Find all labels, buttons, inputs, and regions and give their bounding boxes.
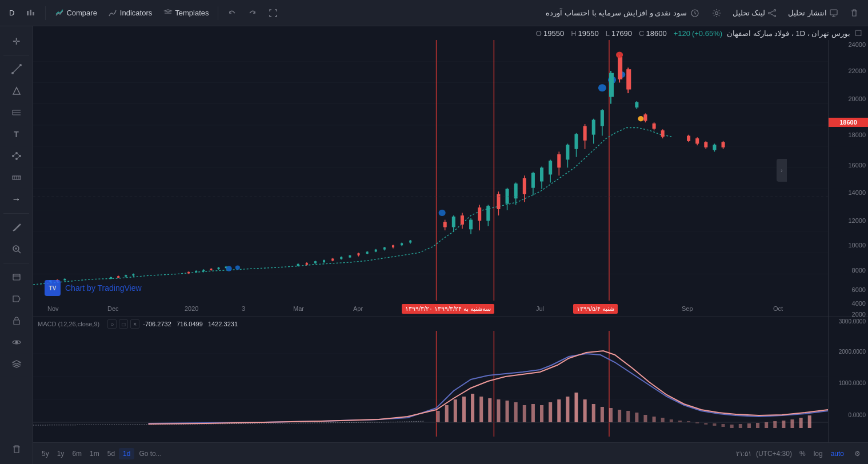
templates-button[interactable]: Templates [159, 6, 213, 20]
date-mar: Mar [293, 305, 304, 312]
lock-icon[interactable] [6, 310, 27, 331]
timeframe-1d[interactable]: 1d [119, 448, 134, 459]
sidebar-divider-1 [3, 55, 30, 55]
svg-rect-206 [601, 407, 604, 422]
timeframe-6m[interactable]: 6m [68, 448, 86, 459]
auto-button[interactable]: auto [828, 449, 847, 459]
measure-icon[interactable] [6, 167, 27, 188]
svg-rect-218 [704, 423, 707, 425]
price-12000: 12000 [848, 217, 866, 224]
goto-button[interactable]: Go to... [134, 448, 166, 459]
indicators-button[interactable]: Indicators [104, 6, 157, 20]
eye-icon[interactable] [6, 332, 27, 353]
svg-rect-193 [488, 398, 491, 422]
svg-rect-3 [830, 10, 837, 15]
svg-rect-76 [218, 267, 220, 269]
fib-icon[interactable] [6, 102, 27, 123]
main-chart-svg [33, 40, 828, 301]
watch-icon[interactable] [6, 267, 27, 287]
timeframe-5d[interactable]: 5d [103, 448, 119, 459]
svg-point-80 [235, 266, 240, 270]
price-6000: 6000 [852, 286, 866, 293]
right-edge-button[interactable]: › [777, 159, 787, 182]
undo-button[interactable] [223, 6, 241, 20]
svg-rect-221 [730, 425, 734, 428]
compare-button[interactable]: Compare [50, 6, 101, 20]
svg-rect-137 [557, 154, 561, 167]
pen-icon[interactable] [6, 217, 27, 238]
zoom-icon[interactable] [6, 239, 27, 259]
interval-button[interactable]: D [5, 6, 19, 19]
svg-point-148 [598, 84, 606, 91]
price-14000: 14000 [848, 189, 866, 196]
nodes-icon[interactable] [6, 146, 27, 166]
fullscreen-button[interactable] [264, 6, 282, 20]
divider-1 [45, 6, 46, 20]
svg-line-31 [18, 251, 21, 253]
layers-icon[interactable] [6, 354, 27, 374]
settings-button[interactable] [707, 6, 726, 20]
pct-button[interactable]: % [797, 449, 809, 459]
date-highlight-1[interactable]: ۱۳۹۹/۳/۲۰ سه‌شنبه به ۱۳۹۹/۳/۲۴ [402, 304, 494, 314]
trash-icon[interactable] [6, 439, 27, 459]
main-area: ✛ T → [0, 26, 868, 464]
top-toolbar: D Compare Indicators Templates [0, 0, 868, 26]
bottom-right-info: ۲۱:۵۱ (UTC+4:30) % log auto ⚙ [736, 449, 863, 459]
chart-settings-btn[interactable]: ⚙ [851, 449, 863, 459]
svg-rect-111 [443, 222, 447, 227]
minimize-icon[interactable]: ☐ [855, 29, 862, 38]
svg-rect-82 [297, 264, 299, 266]
shapes-icon[interactable] [6, 81, 27, 101]
crosshair-icon[interactable]: ✛ [6, 31, 27, 51]
svg-rect-96 [357, 253, 359, 255]
svg-rect-86 [314, 261, 317, 263]
label-icon[interactable] [6, 289, 27, 309]
redo-button[interactable] [243, 6, 262, 20]
chart-info-bar: ☐ بورس تهران ، 1D ، فولاد مبارکه اصفهان … [33, 26, 868, 40]
delete-chart-button[interactable] [845, 6, 863, 20]
banner-text: سود نقدی و افزایش سرمایه با احتساب آورده [540, 6, 705, 20]
chart-ohlc: O 19550 H 19550 L 17690 C 18600 +120 ( [536, 29, 722, 38]
share-button[interactable]: لینک تحلیل [728, 6, 782, 20]
svg-rect-129 [523, 178, 526, 194]
svg-rect-104 [392, 245, 394, 247]
svg-rect-201 [557, 399, 561, 422]
bottom-toolbar: 5y 1y 6m 1m 5d 1d Go to... ۲۱:۵۱ (UTC+4:… [33, 442, 868, 464]
svg-rect-88 [323, 260, 325, 262]
svg-rect-223 [747, 423, 751, 428]
timeframe-5y[interactable]: 5y [38, 448, 53, 459]
main-chart-panel[interactable]: TV Chart by TradingView › [33, 40, 828, 301]
svg-point-5 [769, 12, 770, 14]
publish-button[interactable]: انتشار تحلیل [783, 6, 843, 20]
ohlc-high: H 19550 [571, 29, 599, 38]
compare-label: Compare [66, 9, 97, 17]
svg-rect-62 [117, 276, 119, 278]
svg-rect-170 [695, 138, 699, 143]
date-sep: Sep [682, 305, 693, 312]
text-icon[interactable]: T [6, 124, 27, 145]
macd-settings-btn[interactable]: □ [119, 319, 128, 329]
svg-rect-192 [479, 397, 483, 422]
log-button[interactable]: log [811, 449, 826, 459]
chart-symbol: بورس تهران ، 1D ، فولاد مبارکه اصفهان [727, 29, 850, 38]
line-tool-icon[interactable] [6, 59, 27, 79]
arrow-icon[interactable]: → [6, 189, 27, 210]
price-24000: 24000 [848, 41, 866, 48]
macd-close-btn[interactable]: × [130, 319, 139, 329]
scale-options: % log auto [797, 449, 847, 459]
date-dec: Dec [107, 305, 119, 312]
svg-rect-133 [540, 167, 543, 181]
svg-rect-2 [33, 12, 34, 15]
timeframe-1m[interactable]: 1m [86, 448, 103, 459]
timeframe-1y[interactable]: 1y [53, 448, 69, 459]
svg-rect-174 [713, 145, 716, 150]
macd-eye-btn[interactable]: ○ [107, 319, 117, 329]
svg-rect-60 [110, 277, 112, 279]
svg-point-13 [19, 64, 22, 66]
date-highlight-2[interactable]: شنبه ۱۳۹۹/۵/۴ [573, 304, 618, 314]
svg-rect-90 [331, 258, 334, 261]
chart-type-button[interactable] [21, 6, 41, 21]
svg-rect-125 [506, 189, 509, 204]
svg-rect-127 [514, 183, 518, 198]
svg-rect-1 [30, 10, 31, 15]
